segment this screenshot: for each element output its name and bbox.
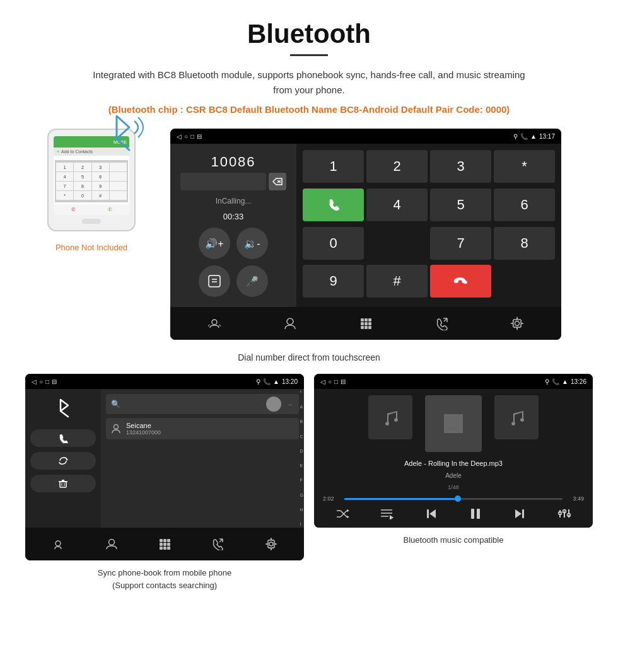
music-albums xyxy=(368,395,539,452)
svg-rect-36 xyxy=(160,547,163,550)
contact-name: Seicane xyxy=(126,422,161,429)
screenshot-icon: ⊟ xyxy=(197,133,202,140)
pb-sync-button[interactable] xyxy=(30,452,96,470)
dialpad-icon[interactable] xyxy=(356,313,376,333)
mute-button[interactable]: 🎤 xyxy=(236,265,268,297)
dial-number: 10086 xyxy=(211,154,255,170)
numpad-6[interactable]: 6 xyxy=(494,188,555,221)
svg-rect-8 xyxy=(361,318,364,322)
numpad-star[interactable]: * xyxy=(494,150,555,183)
numpad-call-red[interactable] xyxy=(430,265,491,298)
page-title: Bluetooth xyxy=(25,19,593,49)
pb-wifi-icon: ▲ xyxy=(273,378,279,385)
svg-marker-49 xyxy=(347,509,349,512)
pb-settings-icon[interactable] xyxy=(261,534,281,554)
numpad-4[interactable]: 4 xyxy=(366,188,428,221)
pb-contacts-icon[interactable] xyxy=(48,534,68,554)
numpad-empty-1 xyxy=(366,227,428,260)
svg-rect-15 xyxy=(364,326,368,329)
numpad-7[interactable]: 7 xyxy=(430,227,491,260)
pb-search-bar[interactable]: 🔍 ← xyxy=(106,394,299,414)
svg-marker-54 xyxy=(390,515,394,519)
numpad-5[interactable]: 5 xyxy=(430,188,491,221)
settings-icon[interactable] xyxy=(507,313,527,333)
bluetooth-wave-icon xyxy=(98,110,148,154)
pb-sync-icon xyxy=(58,456,68,466)
pb-delete-button[interactable] xyxy=(30,475,96,492)
pb-home-icon: ○ xyxy=(39,378,43,385)
svg-rect-38 xyxy=(167,547,170,550)
numpad-1[interactable]: 1 xyxy=(303,150,364,183)
music-wifi-icon: ▲ xyxy=(562,378,568,385)
eq-button[interactable] xyxy=(557,508,571,519)
person-icon[interactable] xyxy=(280,313,300,333)
next-icon xyxy=(513,507,527,521)
pb-contact-row[interactable]: Seicane 13241007000 xyxy=(106,418,299,439)
playlist-button[interactable] xyxy=(380,508,394,519)
call-time: 00:33 xyxy=(223,212,244,221)
bottom-panels: ◁ ○ □ ⊟ ⚲ 📞 ▲ 13:20 xyxy=(25,374,593,591)
call-status: InCalling... xyxy=(216,197,252,206)
svg-point-42 xyxy=(269,542,273,546)
numpad-3[interactable]: 3 xyxy=(430,150,491,183)
pb-back-icon: ◁ xyxy=(32,378,37,385)
contacts-icon[interactable] xyxy=(204,313,224,333)
end-call-icon xyxy=(452,272,470,290)
music-content: Adele - Rolling In the Deep.mp3 Adele 1/… xyxy=(314,389,593,528)
music-time: 13:26 xyxy=(571,378,586,385)
contact-phone: 13241007000 xyxy=(126,429,161,436)
dial-content: 10086 InCalling.. xyxy=(170,144,561,307)
album-prev xyxy=(368,395,412,439)
music-back-icon: ◁ xyxy=(320,378,325,385)
volume-down-button[interactable]: 🔉- xyxy=(236,228,268,259)
play-pause-button[interactable] xyxy=(469,507,482,521)
wifi-icon: ▲ xyxy=(530,133,537,140)
numpad-2[interactable]: 2 xyxy=(366,150,428,183)
music-progress: 2:02 3:49 xyxy=(320,495,586,502)
pb-recent-icon: □ xyxy=(45,378,49,385)
search-icon: 🔍 xyxy=(111,400,120,408)
svg-marker-55 xyxy=(429,509,436,518)
svg-rect-34 xyxy=(163,543,166,546)
shuffle-button[interactable] xyxy=(335,508,349,519)
subtitle: Integrated with BC8 Bluetooth module, su… xyxy=(88,67,530,98)
switch-button[interactable] xyxy=(199,265,230,297)
phone-out-icon[interactable] xyxy=(431,313,452,333)
pb-phone-out-icon[interactable] xyxy=(207,534,228,554)
svg-rect-30 xyxy=(160,539,163,542)
phonebook-caption-line1: Sync phone-book from mobile phone xyxy=(98,568,231,577)
music-track-info: 1/48 xyxy=(448,484,459,490)
music-statusbar: ◁ ○ □ ⊟ ⚲ 📞 ▲ 13:26 xyxy=(314,374,593,389)
numpad-call-green[interactable] xyxy=(303,188,364,221)
phone-dialpad: 1 2 3 4 5 6 7 8 9 xyxy=(55,160,128,202)
pb-main: 🔍 ← * A B C D E xyxy=(101,389,304,528)
numpad-grid: 1 2 3 * 4 5 6 0 7 xyxy=(303,150,555,301)
music-recent-icon: □ xyxy=(334,378,338,385)
pb-grid-icon[interactable] xyxy=(154,534,175,554)
music-screen: ◁ ○ □ ⊟ ⚲ 📞 ▲ 13:26 xyxy=(314,374,593,528)
music-location-icon: ⚲ xyxy=(545,378,549,385)
svg-rect-13 xyxy=(368,322,371,325)
progress-bar[interactable] xyxy=(344,498,563,500)
numpad-8[interactable]: 8 xyxy=(494,227,555,260)
volume-up-button[interactable]: 🔊+ xyxy=(199,228,230,259)
dial-right: 1 2 3 * 4 5 6 0 7 xyxy=(296,144,561,307)
pb-trash-icon xyxy=(58,478,68,489)
numpad-hash[interactable]: # xyxy=(366,265,428,298)
playlist-icon xyxy=(380,508,394,519)
pb-sidebar xyxy=(25,389,101,528)
call-icon xyxy=(325,196,342,214)
dial-left: 10086 InCalling.. xyxy=(170,144,296,307)
switch-mute-buttons: 🎤 xyxy=(199,265,268,297)
prev-button[interactable] xyxy=(424,507,438,521)
svg-rect-32 xyxy=(167,539,170,542)
pb-person-icon[interactable] xyxy=(102,534,122,554)
music-call-icon: 📞 xyxy=(552,378,559,385)
svg-marker-0 xyxy=(273,178,282,185)
numpad-0[interactable]: 0 xyxy=(303,227,364,260)
next-button[interactable] xyxy=(513,507,527,521)
delete-button[interactable] xyxy=(269,173,286,190)
phone-container: MORE + Add to Contacts 1 2 3 xyxy=(25,129,158,252)
pb-call-button[interactable] xyxy=(30,429,96,447)
numpad-9[interactable]: 9 xyxy=(303,265,364,298)
